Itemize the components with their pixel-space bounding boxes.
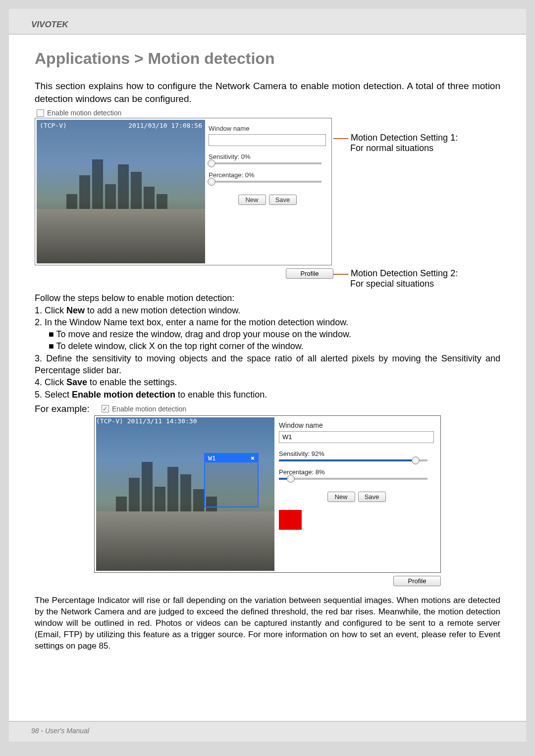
new-button[interactable]: New (238, 195, 266, 205)
percentage-slider[interactable] (209, 181, 321, 183)
close-icon[interactable]: ✖ (251, 454, 255, 462)
for-example-label: For example: (35, 403, 90, 414)
enable-motion-checkbox-checked[interactable]: ✓ (102, 405, 109, 412)
brand-header: VIVOTEK (9, 9, 526, 35)
enable-motion-checkbox-unchecked[interactable] (37, 109, 44, 117)
window-name-label-2: Window name (279, 421, 434, 429)
sensitivity-slider-2[interactable] (279, 459, 428, 461)
steps-lead: Follow the steps below to enable motion … (35, 292, 500, 304)
percentage-label: Percentage: 0% (209, 171, 326, 179)
camera-preview-1[interactable]: (TCP-V) 2011/03/10 17:08:56 (37, 120, 205, 263)
step-3: 3. Define the sensitivity to moving obje… (35, 353, 500, 377)
enable-motion-label: Enable motion detection (47, 109, 121, 117)
sensitivity-label: Sensitivity: 0% (209, 153, 326, 160)
brand-text: VIVOTEK (31, 20, 68, 29)
motion-settings-panel-1: (TCP-V) 2011/03/10 17:08:56 Window name (35, 118, 332, 265)
step-1: 1. Click New to add a new motion detecti… (35, 304, 500, 316)
percentage-label-2: Percentage: 8% (279, 468, 434, 476)
sensitivity-slider[interactable] (209, 162, 321, 164)
motion-settings-panel-2: (TCP-V) 2011/3/11 14:30:30 W1 ✖ (94, 415, 441, 573)
window-name-input[interactable] (209, 134, 326, 146)
window-name-label: Window name (209, 125, 326, 132)
save-button[interactable]: Save (269, 195, 297, 205)
camera-id-2: (TCP-V) (96, 417, 123, 425)
camera-preview-2[interactable]: (TCP-V) 2011/3/11 14:30:30 W1 ✖ (96, 417, 274, 571)
page-title: Applications > Motion detection (35, 50, 500, 68)
profile-button[interactable]: Profile (286, 268, 333, 279)
save-button-2[interactable]: Save (358, 492, 386, 502)
sensitivity-label-2: Sensitivity: 92% (279, 450, 434, 457)
motion-window-w1[interactable]: W1 ✖ (204, 453, 259, 507)
page-footer: 98 - User's Manual (9, 721, 526, 742)
explanation-paragraph: The Percentage Indicator will rise or fa… (35, 595, 500, 652)
enable-motion-label-2: Enable motion detection (112, 405, 186, 413)
step-2: 2. In the Window Name text box, enter a … (35, 316, 500, 328)
window-name-input-2[interactable] (279, 431, 434, 443)
percentage-indicator (279, 510, 302, 530)
step-2b: ■ To delete window, click X on the top r… (35, 340, 500, 352)
camera-id: (TCP-V) (40, 122, 67, 129)
step-2a: ■ To move and resize the window, drag an… (35, 328, 500, 340)
motion-window-title: W1 (208, 454, 216, 462)
intro-paragraph: This section explains how to configure t… (35, 80, 500, 105)
footer-text: 98 - User's Manual (31, 727, 89, 735)
annotation-2: Motion Detection Setting 2: For special … (350, 268, 500, 289)
percentage-slider-2[interactable] (279, 478, 428, 480)
step-4: 4. Click Save to enable the settings. (35, 376, 500, 388)
steps-list: Follow the steps below to enable motion … (35, 292, 500, 401)
camera-timestamp: 2011/03/10 17:08:56 (128, 122, 202, 129)
step-5: 5. Select Enable motion detection to ena… (35, 389, 500, 401)
profile-button-2[interactable]: Profile (393, 576, 441, 586)
annotation-1: Motion Detection Setting 1: For normal s… (350, 133, 500, 153)
camera-timestamp-2: 2011/3/11 14:30:30 (127, 417, 197, 425)
new-button-2[interactable]: New (327, 492, 355, 502)
